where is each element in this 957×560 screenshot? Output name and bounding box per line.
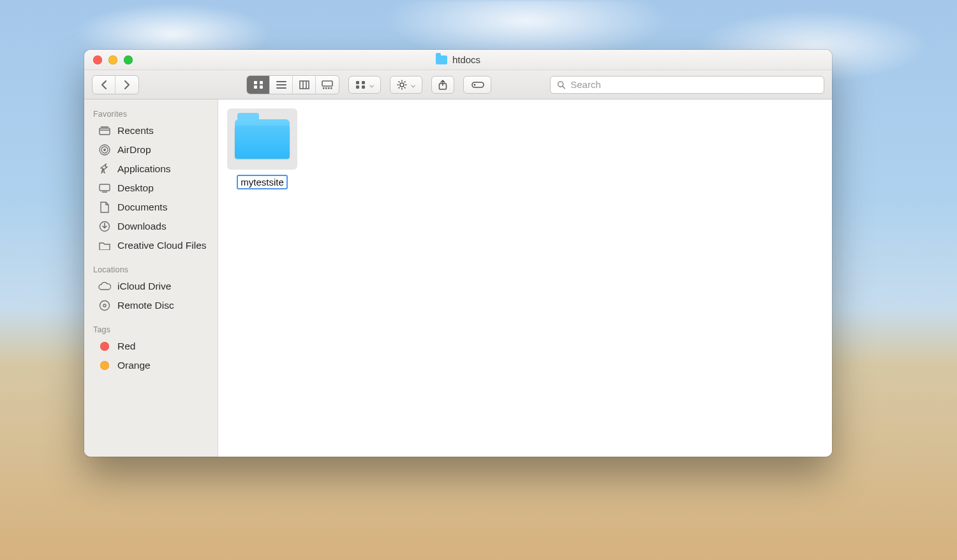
sidebar-item-label: Remote Disc	[117, 300, 174, 311]
sidebar-item-creative-cloud[interactable]: Creative Cloud Files	[84, 236, 218, 255]
nav-back-forward	[92, 75, 139, 94]
sidebar-item-label: Applications	[117, 163, 171, 175]
svg-rect-32	[100, 128, 110, 135]
svg-rect-7	[300, 81, 309, 89]
folder-icon	[98, 241, 111, 250]
sidebar-item-label: Creative Cloud Files	[117, 240, 207, 251]
sidebar-section-locations: Locations	[84, 262, 218, 277]
sidebar-section-tags: Tags	[84, 321, 218, 337]
sidebar-item-remote-disc[interactable]: Remote Disc	[84, 296, 218, 315]
svg-rect-15	[356, 81, 359, 84]
view-mode-group	[246, 75, 339, 94]
search-field[interactable]	[550, 76, 824, 94]
sidebar-item-label: Orange	[117, 360, 151, 371]
column-view-button[interactable]	[293, 76, 316, 94]
window-controls	[84, 55, 133, 64]
window-title-text: htdocs	[452, 54, 480, 65]
sidebar-item-label: Recents	[117, 125, 154, 136]
recents-icon	[98, 126, 111, 135]
disc-icon	[98, 300, 111, 311]
downloads-icon	[98, 221, 111, 232]
toolbar: ⌵ ⌵	[84, 70, 832, 99]
sidebar-section-favorites: Favorites	[84, 106, 218, 121]
svg-rect-14	[330, 87, 332, 89]
tags-button[interactable]	[463, 76, 491, 94]
folder-icon-selected	[227, 108, 297, 170]
search-input[interactable]	[570, 79, 817, 90]
sidebar-item-label: Desktop	[117, 182, 154, 194]
svg-rect-3	[260, 85, 263, 89]
svg-point-29	[474, 84, 476, 85]
svg-rect-10	[322, 81, 332, 86]
close-window-button[interactable]	[93, 55, 102, 64]
svg-point-19	[400, 83, 404, 87]
svg-point-42	[100, 301, 110, 311]
svg-line-24	[399, 81, 400, 82]
folder-icon	[436, 55, 447, 64]
svg-line-25	[404, 87, 406, 88]
svg-rect-13	[328, 87, 330, 89]
sidebar-item-label: Red	[117, 341, 135, 352]
file-item-folder[interactable]: mytestsite	[227, 108, 297, 189]
sidebar-item-label: Documents	[117, 202, 167, 213]
svg-rect-12	[325, 87, 327, 89]
action-menu-button[interactable]: ⌵	[390, 76, 422, 94]
sidebar-item-airdrop[interactable]: AirDrop	[84, 140, 218, 159]
list-view-button[interactable]	[270, 76, 293, 94]
chevron-down-icon: ⌵	[369, 80, 374, 89]
folder-icon	[235, 119, 290, 159]
share-icon	[438, 80, 447, 90]
chevron-down-icon: ⌵	[411, 80, 415, 89]
sidebar-tag-orange[interactable]: Orange	[84, 356, 218, 375]
gear-icon	[397, 80, 407, 90]
sidebar-item-icloud-drive[interactable]: iCloud Drive	[84, 277, 218, 296]
svg-rect-18	[362, 85, 365, 89]
svg-line-31	[563, 86, 565, 88]
svg-rect-1	[260, 81, 263, 84]
svg-rect-11	[323, 87, 325, 89]
grid-icon	[355, 80, 366, 89]
sidebar-item-applications[interactable]: A Applications	[84, 159, 218, 179]
sidebar: Favorites Recents AirDrop A Applications	[84, 99, 218, 457]
share-button[interactable]	[431, 76, 454, 94]
finder-window: htdocs	[84, 50, 832, 457]
gallery-view-button[interactable]	[316, 76, 339, 94]
svg-rect-39	[100, 184, 110, 191]
tag-icon	[470, 80, 484, 89]
tag-dot-orange-icon	[98, 361, 111, 370]
group-by-button[interactable]: ⌵	[348, 76, 381, 94]
svg-text:A: A	[101, 168, 105, 175]
sidebar-tag-red[interactable]: Red	[84, 337, 218, 356]
sidebar-item-documents[interactable]: Documents	[84, 198, 218, 217]
sidebar-item-label: AirDrop	[117, 144, 151, 156]
desktop-icon	[98, 184, 111, 193]
window-title: htdocs	[84, 54, 832, 65]
svg-point-43	[103, 304, 106, 307]
zoom-window-button[interactable]	[124, 55, 133, 64]
back-button[interactable]	[93, 76, 115, 94]
svg-rect-2	[254, 85, 257, 89]
svg-rect-16	[362, 81, 365, 84]
documents-icon	[98, 202, 111, 213]
applications-icon: A	[98, 163, 111, 175]
file-name-edit[interactable]: mytestsite	[237, 175, 288, 189]
svg-rect-0	[254, 81, 257, 84]
search-icon	[557, 80, 565, 89]
sidebar-item-desktop[interactable]: Desktop	[84, 179, 218, 198]
window-body: Favorites Recents AirDrop A Applications	[84, 99, 832, 457]
content-area[interactable]: mytestsite	[218, 99, 832, 457]
icon-view-button[interactable]	[247, 76, 270, 94]
tag-dot-red-icon	[98, 342, 111, 351]
sidebar-item-label: iCloud Drive	[117, 281, 171, 292]
minimize-window-button[interactable]	[108, 55, 117, 64]
svg-line-26	[404, 81, 406, 82]
sidebar-item-recents[interactable]: Recents	[84, 121, 218, 140]
sidebar-item-label: Downloads	[117, 221, 167, 232]
svg-line-27	[399, 87, 400, 88]
sidebar-item-downloads[interactable]: Downloads	[84, 217, 218, 236]
forward-button[interactable]	[115, 76, 138, 94]
titlebar: htdocs	[84, 50, 832, 70]
svg-point-35	[103, 149, 106, 151]
icloud-icon	[98, 282, 111, 291]
airdrop-icon	[98, 144, 111, 156]
